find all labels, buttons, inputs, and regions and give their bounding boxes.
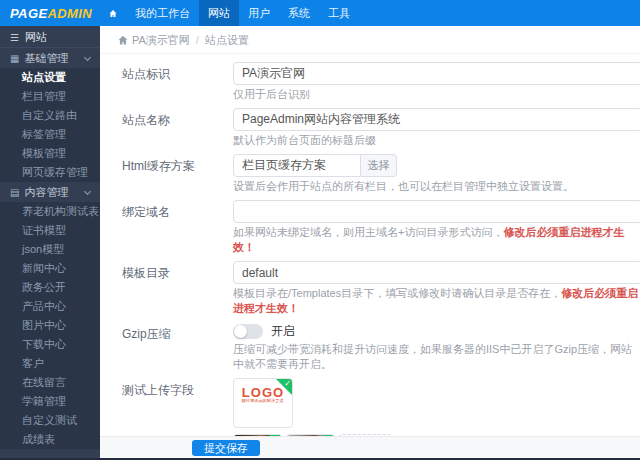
sidebar-title: ☰网站 xyxy=(0,26,100,48)
sidebar-item-json-model[interactable]: json模型 xyxy=(0,240,100,259)
chevron-down-icon xyxy=(84,54,91,61)
sidebar-group-label: 内容管理 xyxy=(24,186,68,198)
submit-save-button[interactable]: 提交保存 xyxy=(192,440,260,456)
field-label: 测试上传字段 xyxy=(100,378,233,428)
sidebar-item-gov-disclosure[interactable]: 政务公开 xyxy=(0,278,100,297)
field-label: Gzip压缩 xyxy=(100,322,233,372)
site-settings-form: 站点标识 仅用于后台识别 站点名称 默认作为前台页面的标题后缀 Html缓存方案 xyxy=(100,54,640,460)
sidebar-item-eldercare-test-table[interactable]: 养老机构测试表 xyxy=(0,202,100,221)
field-hint: 设置后会作用于站点的所有栏目，也可以在栏目管理中独立设置设置。 xyxy=(233,179,640,194)
sidebar-item-column-management[interactable]: 栏目管理 xyxy=(0,87,100,106)
field-row-site-name: 站点名称 默认作为前台页面的标题后缀 xyxy=(100,108,640,148)
sidebar-item-news-center[interactable]: 新闻中心 xyxy=(0,259,100,278)
nav-item-website[interactable]: 网站 xyxy=(199,0,239,26)
field-row-bound-domain: 绑定域名 如果网站未绑定域名，则用主域名+访问目录形式访问，修改后必须重启进程才… xyxy=(100,200,640,255)
field-row-gzip: Gzip压缩 开启 压缩可减少带宽消耗和提升访问速度，如果服务器的IIS中已开启… xyxy=(100,322,640,372)
sidebar-submenu-basic: 站点设置 栏目管理 自定义路由 标签管理 模板管理 网页缓存管理 xyxy=(0,68,100,182)
sidebar-group-label: 基础管理 xyxy=(24,52,68,64)
template-directory-input[interactable] xyxy=(233,261,640,284)
sidebar-item-template-management[interactable]: 模板管理 xyxy=(0,144,100,163)
nav-item-tools[interactable]: 工具 xyxy=(319,0,359,26)
sidebar-group-content-management[interactable]: ▤内容管理 xyxy=(0,182,100,202)
nav-item-system[interactable]: 系统 xyxy=(279,0,319,26)
field-row-template-directory: 模板目录 模板目录在/Templates目录下，填写或修改时请确认目录是否存在，… xyxy=(100,261,640,316)
field-label: Html缓存方案 xyxy=(100,154,233,194)
nav-label: 网站 xyxy=(208,6,230,21)
sidebar-item-page-cache-management[interactable]: 网页缓存管理 xyxy=(0,163,100,182)
sidebar-item-image-center[interactable]: 图片中心 xyxy=(0,316,100,335)
sidebar-item-tag-management[interactable]: 标签管理 xyxy=(0,125,100,144)
top-nav: 我的工作台 网站 用户 系统 工具 xyxy=(100,0,359,26)
hint-text: 模板目录在/Templates目录下，填写或修改时请确认目录是否存在， xyxy=(233,287,561,299)
field-row-test-upload: 测试上传字段 LOGO 网站建设高效解决之道 ✓ xyxy=(100,378,640,428)
field-hint: 压缩可减少带宽消耗和提升访问速度，如果服务器的IIS中已开启了Gzip压缩，网站… xyxy=(233,342,640,372)
sidebar-item-custom-test[interactable]: 自定义测试 xyxy=(0,411,100,430)
nav-item-workbench[interactable]: 我的工作台 xyxy=(126,0,199,26)
sidebar-item-certificate-model[interactable]: 证书模型 xyxy=(0,221,100,240)
hint-text: 如果网站未绑定域名，则用主域名+访问目录形式访问， xyxy=(233,226,503,238)
field-label: 站点标识 xyxy=(100,62,233,102)
breadcrumb: PA演示官网 / 站点设置 xyxy=(100,26,640,54)
grid-icon: ▦ xyxy=(10,53,19,64)
logo-text-primary: PAGE xyxy=(10,6,47,21)
uploaded-logo-thumbnail[interactable]: LOGO 网站建设高效解决之道 ✓ xyxy=(233,378,293,428)
sidebar-submenu-content: 养老机构测试表 证书模型 json模型 新闻中心 政务公开 产品中心 图片中心 … xyxy=(0,202,100,449)
field-label: 模板目录 xyxy=(100,261,233,316)
sidebar-title-label: 网站 xyxy=(25,31,47,43)
sidebar-item-site-settings[interactable]: 站点设置 xyxy=(0,68,100,87)
field-hint: 仅用于后台识别 xyxy=(233,87,640,102)
check-icon: ✓ xyxy=(284,379,291,389)
logo-text-secondary: ADMIN xyxy=(47,6,92,21)
nav-label: 工具 xyxy=(328,6,350,21)
document-icon: ▤ xyxy=(10,187,19,198)
field-hint: 模板目录在/Templates目录下，填写或修改时请确认目录是否存在，修改后必须… xyxy=(233,286,640,316)
chevron-down-icon xyxy=(84,188,91,195)
sidebar-item-download-center[interactable]: 下载中心 xyxy=(0,335,100,354)
sidebar-item-online-messages[interactable]: 在线留言 xyxy=(0,373,100,392)
sidebar-item-product-center[interactable]: 产品中心 xyxy=(0,297,100,316)
pageadmin-app: PAGEADMIN 我的工作台 网站 用户 系统 工具 ☰网站 ▦基础管理 站点… xyxy=(0,0,640,460)
bound-domain-input[interactable] xyxy=(233,200,640,223)
sidebar: ☰网站 ▦基础管理 站点设置 栏目管理 自定义路由 标签管理 模板管理 网页缓存… xyxy=(0,26,100,458)
breadcrumb-separator: / xyxy=(196,26,199,54)
site-name-input[interactable] xyxy=(233,108,640,131)
gzip-toggle[interactable] xyxy=(233,324,263,339)
hamburger-icon: ☰ xyxy=(10,32,19,43)
field-hint: 默认作为前台页面的标题后缀 xyxy=(233,133,640,148)
home-nav-button[interactable] xyxy=(100,0,126,26)
top-bar: PAGEADMIN 我的工作台 网站 用户 系统 工具 xyxy=(0,0,640,26)
nav-item-users[interactable]: 用户 xyxy=(239,0,279,26)
site-identifier-input[interactable] xyxy=(233,62,640,85)
field-label: 站点名称 xyxy=(100,108,233,148)
home-icon xyxy=(109,8,117,19)
choose-button[interactable]: 选择 xyxy=(361,154,397,177)
form-footer: 提交保存 xyxy=(100,436,640,458)
nav-label: 用户 xyxy=(248,6,270,21)
main-content: PA演示官网 / 站点设置 站点标识 仅用于后台识别 站点名称 默认作为前台页面… xyxy=(100,26,640,458)
sidebar-group-basic-management[interactable]: ▦基础管理 xyxy=(0,48,100,68)
field-label: 绑定域名 xyxy=(100,200,233,255)
sidebar-item-custom-routes[interactable]: 自定义路由 xyxy=(0,106,100,125)
breadcrumb-current-page: 站点设置 xyxy=(205,26,249,54)
toggle-knob xyxy=(234,325,247,338)
sidebar-item-customers[interactable]: 客户 xyxy=(0,354,100,373)
field-hint: 如果网站未绑定域名，则用主域名+访问目录形式访问，修改后必须重启进程才生效！ xyxy=(233,225,640,255)
gzip-toggle-label: 开启 xyxy=(271,323,295,340)
logo[interactable]: PAGEADMIN xyxy=(0,0,100,26)
field-row-site-identifier: 站点标识 仅用于后台识别 xyxy=(100,62,640,102)
nav-label: 我的工作台 xyxy=(135,6,190,21)
sidebar-item-student-records[interactable]: 学籍管理 xyxy=(0,392,100,411)
sidebar-item-score-table[interactable]: 成绩表 xyxy=(0,430,100,449)
breadcrumb-site[interactable]: PA演示官网 xyxy=(132,26,190,54)
nav-label: 系统 xyxy=(288,6,310,21)
html-cache-plan-input[interactable] xyxy=(233,154,361,177)
logo-image-tagline: 网站建设高效解决之道 xyxy=(234,399,292,403)
home-icon xyxy=(118,35,128,45)
field-row-html-cache-plan: Html缓存方案 选择 设置后会作用于站点的所有栏目，也可以在栏目管理中独立设置… xyxy=(100,154,640,194)
